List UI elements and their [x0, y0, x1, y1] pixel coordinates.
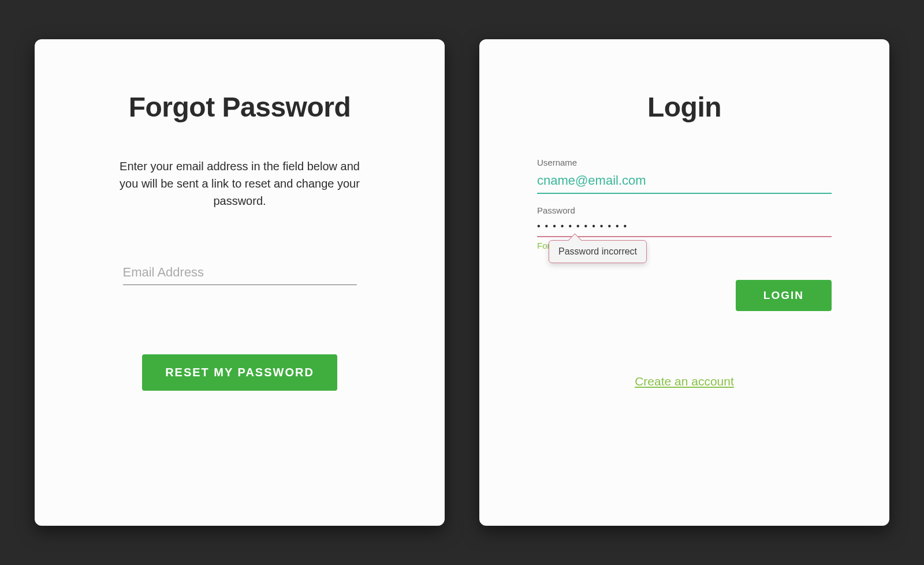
login-button[interactable]: LOGIN — [736, 280, 832, 311]
forgot-description: Enter your email address in the field be… — [118, 158, 361, 209]
forgot-title: Forgot Password — [92, 91, 387, 123]
email-field-wrap — [123, 261, 357, 285]
password-error-tooltip: Password incorrect — [549, 240, 647, 263]
forgot-password-card: Forgot Password Enter your email address… — [35, 39, 445, 526]
password-input[interactable] — [537, 218, 832, 237]
username-input[interactable] — [537, 170, 832, 194]
login-fields: Username Password Password incorrect For… — [537, 158, 832, 388]
create-account-link[interactable]: Create an account — [537, 375, 832, 388]
login-card: Login Username Password Password incorre… — [479, 39, 889, 526]
username-field-wrap: Username — [537, 158, 832, 194]
login-title: Login — [537, 91, 832, 123]
username-label: Username — [537, 158, 832, 167]
password-field-wrap: Password Password incorrect Forgot passw… — [537, 205, 832, 251]
password-label: Password — [537, 205, 832, 215]
reset-password-button[interactable]: RESET MY PASSWORD — [142, 354, 337, 391]
login-button-row: LOGIN — [537, 280, 832, 311]
email-input[interactable] — [123, 261, 357, 285]
